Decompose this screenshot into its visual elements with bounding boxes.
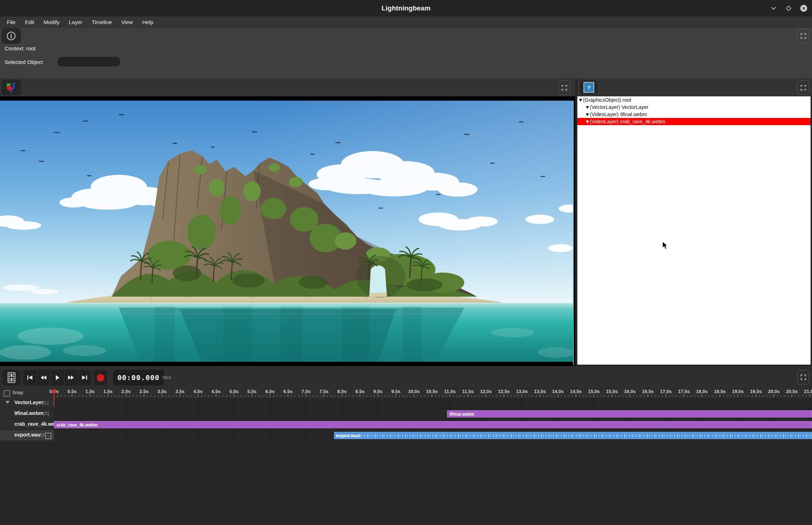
- fullscreen-icon: [561, 85, 567, 91]
- window-title: Lightningbeam: [0, 0, 812, 17]
- maximize-button[interactable]: [785, 4, 793, 12]
- ruler-tick: [266, 395, 267, 397]
- ruler-label: 4.5s: [211, 389, 220, 394]
- tree-item-2[interactable]: ▼(VideoLayer) 9final.webm: [577, 111, 811, 118]
- ruler-tick: [766, 395, 767, 397]
- ruler-tick: [165, 395, 166, 397]
- ruler-tick: [773, 394, 774, 397]
- track-9final.webm[interactable]: 9final.webm[S]: [0, 408, 54, 419]
- ruler-tick: [579, 395, 580, 397]
- ruler-tick: [352, 395, 353, 397]
- inspector-expand-button[interactable]: [797, 29, 809, 43]
- clip-label: export.wav: [337, 433, 359, 438]
- play-button[interactable]: [50, 370, 64, 385]
- mouse-cursor: [662, 242, 668, 250]
- rewind-button[interactable]: [37, 370, 50, 385]
- track-VectorLayer[interactable]: VectorLayer[L]: [0, 398, 54, 408]
- scene-tree-tab-button[interactable]: ?: [580, 81, 598, 94]
- ruler-tick: [284, 395, 285, 397]
- ruler-tick: [403, 395, 403, 397]
- info-tab-button[interactable]: [1, 28, 21, 44]
- menu-timeline[interactable]: Timeline: [87, 17, 117, 28]
- track-audio-toggle[interactable]: -: [45, 433, 51, 439]
- ruler-label: 14.0s: [552, 389, 564, 394]
- snap-checkbox[interactable]: [4, 390, 10, 397]
- timeline-panel: 00:00.000 SEC Snap 0.0s0.5s1.0s1.5s2.0s2…: [0, 366, 812, 525]
- ruler-tick: [75, 395, 76, 397]
- playhead-line: [54, 389, 54, 406]
- ruler-tick: [187, 395, 188, 397]
- ruler-tick: [194, 395, 195, 397]
- ruler-tick: [169, 395, 170, 397]
- ruler-tick: [680, 395, 681, 397]
- ruler-tick: [633, 395, 634, 397]
- track-expander-icon[interactable]: [5, 401, 10, 404]
- tree-item-3[interactable]: ▼(VideoLayer) crab_rave_4k.webm: [577, 118, 811, 125]
- scene-tree-expand-button[interactable]: [797, 81, 809, 95]
- ruler-tick: [572, 395, 573, 397]
- minimize-button[interactable]: [770, 4, 777, 12]
- shapes-tab-button[interactable]: [1, 79, 21, 95]
- close-circle-icon: [800, 4, 808, 12]
- ruler-tick: [432, 394, 432, 397]
- film-strip-icon: [7, 372, 16, 383]
- menu-view[interactable]: View: [117, 17, 137, 28]
- ruler-tick: [507, 395, 508, 397]
- placeholder-question-icon: ?: [583, 82, 594, 93]
- ruler-tick: [568, 395, 569, 397]
- ruler-tick: [630, 394, 630, 397]
- track-export.wav[interactable]: export.wav[A]-: [0, 430, 54, 441]
- ruler-tick: [255, 395, 256, 397]
- ruler-tick: [446, 395, 447, 397]
- skip-to-end-button[interactable]: [78, 370, 91, 385]
- ruler-label: 17.5s: [678, 389, 690, 394]
- ruler-tick: [666, 394, 666, 397]
- record-button[interactable]: [94, 370, 107, 385]
- ruler-tick: [486, 394, 486, 397]
- ruler-tick: [554, 395, 555, 397]
- clip-9final.webm[interactable]: 9final.webm: [447, 410, 812, 417]
- ruler-tick: [586, 395, 587, 397]
- ruler-tick: [752, 395, 753, 397]
- preview-expand-button[interactable]: [558, 81, 570, 95]
- timeline-tab-button[interactable]: [2, 370, 21, 385]
- skip-to-start-button[interactable]: [23, 370, 37, 385]
- menu-help[interactable]: Help: [137, 17, 158, 28]
- menu-layer[interactable]: Layer: [64, 17, 87, 28]
- clip-export.wav[interactable]: export.wav: [334, 432, 812, 439]
- ruler-tick: [280, 395, 281, 397]
- fast-forward-button[interactable]: [64, 370, 78, 385]
- menu-file[interactable]: File: [2, 17, 20, 28]
- ruler-tick: [640, 395, 641, 397]
- ruler-tick: [104, 395, 105, 397]
- ruler-tick: [777, 395, 778, 397]
- ruler-tick: [590, 395, 591, 397]
- ruler-tick: [363, 395, 364, 397]
- selected-object-input[interactable]: [58, 57, 120, 67]
- menu-edit[interactable]: Edit: [20, 17, 39, 28]
- ruler-label: 10.5s: [426, 389, 438, 394]
- ruler-tick: [784, 395, 785, 397]
- ruler-label: 9.5s: [391, 389, 400, 394]
- stage-canvas[interactable]: [0, 96, 575, 366]
- track-type-suffix: [L]: [43, 400, 48, 405]
- track-name: export.wav[A]: [14, 432, 46, 438]
- timeline-expand-button[interactable]: [797, 370, 809, 384]
- ruler-label: 20.5s: [786, 389, 798, 394]
- clip-label: 9final.webm: [450, 412, 474, 417]
- tree-item-0[interactable]: ▼(GraphicsObject) root: [577, 96, 811, 104]
- clip-crab_rave_4k.webm[interactable]: crab_rave_4k.webm: [54, 421, 812, 428]
- ruler-tick: [435, 395, 436, 397]
- fast-forward-icon: [67, 375, 75, 380]
- tree-item-1[interactable]: ▼(VectorLayer) VectorLayer: [577, 104, 811, 111]
- close-button[interactable]: [800, 4, 808, 12]
- timeline-ruler[interactable]: Snap 0.0s0.5s1.0s1.5s2.0s2.5s3.0s3.5s4.0…: [0, 388, 812, 398]
- ruler-label: 6.0s: [265, 389, 274, 394]
- menu-modify[interactable]: Modify: [39, 17, 64, 28]
- ruler-tick: [619, 395, 619, 397]
- ruler-tick: [338, 395, 339, 397]
- ruler-tick: [252, 394, 252, 397]
- ruler-tick: [547, 395, 547, 397]
- lane-gridline: [126, 398, 126, 441]
- track-crab_rave_4k.webm[interactable]: crab_rave_4k.webm[S]: [0, 419, 54, 430]
